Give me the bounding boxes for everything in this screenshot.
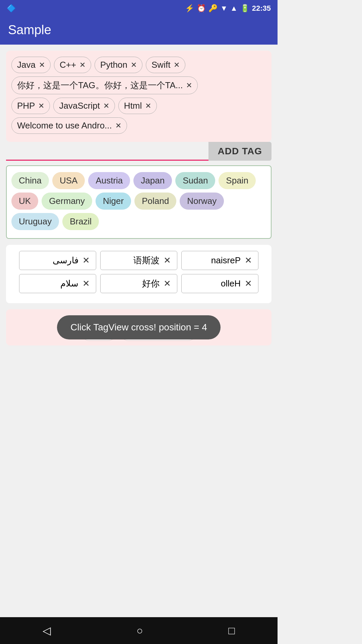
- add-tag-input-area[interactable]: [6, 142, 208, 161]
- dismiss-nihao: 好你 ✕: [100, 274, 177, 293]
- tag-swift-close[interactable]: ✕: [174, 61, 180, 69]
- country-germany[interactable]: Germany: [42, 193, 92, 210]
- tag-php-close[interactable]: ✕: [38, 102, 44, 110]
- dismiss-farsi-label: فارسی: [53, 255, 78, 266]
- dismiss-nihao-close[interactable]: ✕: [164, 278, 171, 289]
- tag-welcome-close[interactable]: ✕: [115, 122, 121, 129]
- dismiss-hello: olleH ✕: [181, 274, 258, 293]
- status-bar: 🔷 ⚡ ⏰ 🔑 ▼ ▲ 🔋 22:35: [0, 0, 278, 17]
- dismiss-nihao-label: 好你: [142, 278, 160, 289]
- country-sudan[interactable]: Sudan: [175, 172, 215, 189]
- country-usa[interactable]: USA: [52, 172, 85, 189]
- bluetooth-icon: ⚡: [185, 4, 194, 13]
- tag-java-close[interactable]: ✕: [39, 61, 45, 69]
- tag-javascript-close[interactable]: ✕: [103, 102, 109, 110]
- app-header: Sample: [0, 17, 278, 45]
- country-china[interactable]: China: [11, 172, 49, 189]
- tag-python: Python ✕: [95, 57, 142, 73]
- country-germany-label: Germany: [49, 196, 85, 206]
- country-row-3: Uruguay Brazil: [11, 213, 266, 230]
- tag-javascript-label: JavaScript: [59, 101, 100, 111]
- alarm-icon: ⏰: [197, 4, 206, 13]
- tag-python-close[interactable]: ✕: [131, 61, 137, 69]
- dismiss-persian: naisreP ✕: [181, 251, 258, 270]
- tag-welcome-label: Welcome to use Andro...: [17, 120, 112, 131]
- country-uruguay-label: Uruguay: [19, 216, 52, 227]
- tag-java-label: Java: [17, 60, 36, 70]
- tag-chinese-close[interactable]: ✕: [186, 82, 192, 89]
- dismiss-hello-label: olleH: [221, 278, 241, 289]
- dismiss-farsi: فارسی ✕: [19, 251, 96, 270]
- dismiss-salam-label: سلام: [60, 278, 78, 289]
- country-uruguay[interactable]: Uruguay: [11, 213, 59, 230]
- add-tag-row: ADD TAG: [6, 142, 272, 161]
- dismiss-salam: سلام ✕: [19, 274, 96, 293]
- country-japan[interactable]: Japan: [133, 172, 172, 189]
- tag-row-1: Java ✕ C++ ✕ Python ✕ Swift ✕: [11, 57, 266, 73]
- country-uk[interactable]: UK: [11, 193, 38, 210]
- main-content: Java ✕ C++ ✕ Python ✕ Swift ✕ 你好，这是一个TAG…: [0, 45, 278, 352]
- dismiss-salam-close[interactable]: ✕: [82, 278, 90, 289]
- wifi-icon: ▼: [220, 4, 228, 13]
- signal-icon: ▲: [230, 4, 238, 13]
- tag-cpp-label: C++: [60, 60, 76, 70]
- dismiss-farsi-close[interactable]: ✕: [82, 255, 90, 266]
- country-niger[interactable]: Niger: [96, 193, 131, 210]
- tag-python-label: Python: [100, 60, 127, 70]
- tag-swift-label: Swift: [152, 60, 170, 70]
- country-china-label: China: [19, 175, 42, 186]
- country-brazil-label: Brazil: [70, 216, 92, 227]
- key-icon: 🔑: [208, 4, 218, 13]
- country-uk-label: UK: [19, 196, 31, 206]
- status-message: Click TagView cross! position = 4: [57, 315, 221, 339]
- tag-box: Java ✕ C++ ✕ Python ✕ Swift ✕ 你好，这是一个TAG…: [6, 51, 272, 142]
- tag-chinese: 你好，这是一个TAG。你好，这是一个TA... ✕: [11, 76, 198, 94]
- country-norway-label: Norway: [187, 196, 217, 206]
- country-niger-label: Niger: [103, 196, 124, 206]
- dismiss-chinese-close[interactable]: ✕: [164, 255, 171, 266]
- status-message-box: Click TagView cross! position = 4 Adele …: [6, 309, 272, 345]
- country-spain[interactable]: Spain: [219, 172, 256, 189]
- dismiss-row-2: سلام ✕ 好你 ✕ olleH ✕: [11, 274, 266, 293]
- tag-javascript: JavaScript ✕: [53, 98, 115, 114]
- dismiss-row-1: فارسی ✕ 语斯波 ✕ naisreP ✕: [11, 251, 266, 270]
- tag-cpp-close[interactable]: ✕: [79, 61, 85, 69]
- tag-row-2: 你好，这是一个TAG。你好，这是一个TA... ✕: [11, 76, 266, 94]
- dismiss-box: فارسی ✕ 语斯波 ✕ naisreP ✕ سلام ✕ 好你 ✕ olle: [6, 245, 272, 303]
- dismiss-chinese-label: 语斯波: [133, 255, 160, 266]
- dismiss-hello-close[interactable]: ✕: [245, 278, 252, 289]
- tag-java: Java ✕: [11, 57, 51, 73]
- tag-chinese-label: 你好，这是一个TAG。你好，这是一个TA...: [17, 79, 183, 91]
- status-right-icons: ⚡ ⏰ 🔑 ▼ ▲ 🔋 22:35: [185, 4, 271, 13]
- country-usa-label: USA: [60, 175, 77, 186]
- tag-row-4: Welcome to use Andro... ✕: [11, 117, 266, 134]
- country-austria[interactable]: Austria: [88, 172, 130, 189]
- tag-html-label: Html: [124, 101, 142, 111]
- app-icon: 🔷: [7, 4, 16, 13]
- country-box: China USA Austria Japan Sudan Spain UK: [6, 165, 272, 239]
- dismiss-chinese: 语斯波 ✕: [100, 251, 177, 270]
- tag-php: PHP ✕: [11, 98, 50, 114]
- country-poland[interactable]: Poland: [134, 193, 176, 210]
- tag-swift: Swift ✕: [146, 57, 185, 73]
- status-left-icons: 🔷: [7, 4, 16, 13]
- country-spain-label: Spain: [226, 175, 248, 186]
- country-japan-label: Japan: [141, 175, 165, 186]
- app-title: Sample: [8, 23, 51, 37]
- tag-html: Html ✕: [118, 98, 157, 114]
- dismiss-persian-close[interactable]: ✕: [245, 255, 252, 266]
- country-norway[interactable]: Norway: [180, 193, 224, 210]
- tag-php-label: PHP: [17, 101, 35, 111]
- tag-html-close[interactable]: ✕: [145, 102, 151, 110]
- country-sudan-label: Sudan: [183, 175, 208, 186]
- country-brazil[interactable]: Brazil: [62, 213, 99, 230]
- country-poland-label: Poland: [142, 196, 169, 206]
- time-display: 22:35: [252, 4, 271, 13]
- country-austria-label: Austria: [96, 175, 123, 186]
- tag-cpp: C++ ✕: [54, 57, 91, 73]
- battery-icon: 🔋: [240, 4, 249, 13]
- country-row-1: China USA Austria Japan Sudan Spain: [11, 172, 266, 189]
- tag-welcome: Welcome to use Andro... ✕: [11, 117, 127, 134]
- country-row-2: UK Germany Niger Poland Norway: [11, 193, 266, 210]
- add-tag-button[interactable]: ADD TAG: [208, 142, 272, 161]
